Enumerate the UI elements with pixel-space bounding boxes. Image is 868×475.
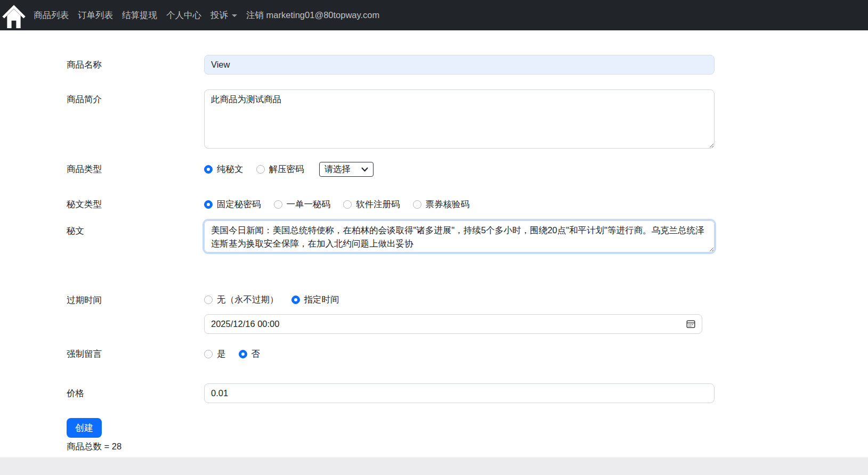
- row-product-intro: 商品简介 此商品为测试商品: [67, 89, 868, 149]
- radio-checked-icon[interactable]: [204, 165, 213, 174]
- radio-label: 是: [217, 348, 226, 360]
- radio-label: 固定秘密码: [217, 199, 261, 210]
- product-type-options: 纯秘文 解压密码 请选择: [204, 162, 715, 177]
- nav-item-product-list[interactable]: 商品列表: [34, 10, 69, 21]
- secret-text-label: 秘文: [67, 220, 204, 237]
- radio-unchecked-icon[interactable]: [343, 200, 352, 209]
- radio-never-expire[interactable]: 无（永不过期）: [204, 294, 279, 306]
- row-product-type: 商品类型 纯秘文 解压密码 请选择: [67, 162, 868, 177]
- radio-checked-icon[interactable]: [291, 296, 300, 304]
- chevron-down-icon: [361, 167, 368, 172]
- select-value: 请选择: [325, 163, 351, 175]
- expire-time-label: 过期时间: [67, 294, 204, 306]
- nav-item-complaint-dropdown[interactable]: 投诉: [210, 10, 237, 21]
- radio-checked-icon[interactable]: [204, 200, 213, 209]
- row-force-message: 强制留言 是 否: [67, 348, 868, 360]
- nav-item-settlement[interactable]: 结算提现: [122, 10, 157, 21]
- secret-text-textarea[interactable]: 美国今日新闻：美国总统特使称，在柏林的会谈取得"诸多进展"，持续5个多小时，围绕…: [204, 220, 715, 252]
- home-icon: [2, 3, 26, 31]
- nav-item-label: 商品列表: [34, 10, 69, 21]
- radio-label: 一单一秘码: [287, 199, 331, 210]
- radio-specified-time[interactable]: 指定时间: [291, 294, 339, 306]
- nav-item-logout[interactable]: 注销 marketing01@80topway.com: [246, 10, 379, 21]
- nav-item-label: 投诉: [210, 10, 228, 21]
- product-total-text: 商品总数 = 28: [67, 441, 868, 453]
- create-button[interactable]: 创建: [67, 418, 102, 438]
- radio-label: 无（永不过期）: [217, 294, 279, 306]
- radio-unchecked-icon[interactable]: [274, 200, 282, 209]
- nav-item-label: 订单列表: [78, 10, 113, 21]
- radio-software-license-code[interactable]: 软件注册码: [343, 199, 400, 210]
- radio-force-no[interactable]: 否: [239, 348, 261, 360]
- radio-label: 纯秘文: [217, 163, 244, 175]
- radio-label: 指定时间: [304, 294, 339, 306]
- chevron-down-icon: [232, 14, 237, 17]
- window-bottom-edge: [0, 457, 868, 475]
- home-button[interactable]: [1, 3, 27, 34]
- calendar-icon[interactable]: [686, 320, 695, 329]
- row-product-name: 商品名称: [67, 55, 868, 75]
- radio-label: 解压密码: [269, 163, 304, 175]
- row-secret-type: 秘文类型 固定秘密码 一单一秘码 软件注册码 票券核验码: [67, 199, 868, 210]
- radio-unchecked-icon[interactable]: [204, 296, 213, 304]
- radio-one-order-one-code[interactable]: 一单一秘码: [274, 199, 331, 210]
- radio-unchecked-icon[interactable]: [256, 165, 265, 174]
- product-type-label: 商品类型: [67, 163, 204, 175]
- radio-unzip-password[interactable]: 解压密码: [256, 163, 304, 175]
- product-create-form: 商品名称 商品简介 此商品为测试商品 商品类型 纯秘文 解压密码: [0, 55, 868, 403]
- radio-label: 软件注册码: [356, 199, 400, 210]
- force-message-options: 是 否: [204, 348, 715, 360]
- product-intro-label: 商品简介: [67, 89, 204, 105]
- nav-item-label: 注销 marketing01@80topway.com: [246, 10, 379, 21]
- datetime-value: 2025/12/16 00:00: [211, 319, 279, 329]
- radio-label: 票券核验码: [426, 199, 470, 210]
- category-select[interactable]: 请选择: [319, 162, 374, 177]
- force-message-label: 强制留言: [67, 348, 204, 360]
- secret-type-label: 秘文类型: [67, 199, 204, 210]
- price-input[interactable]: [204, 383, 715, 403]
- nav-item-label: 结算提现: [122, 10, 157, 21]
- nav-links: 商品列表 订单列表 结算提现 个人中心 投诉 注销 marketing01@80…: [34, 10, 379, 21]
- radio-fixed-secret-code[interactable]: 固定秘密码: [204, 199, 261, 210]
- radio-unchecked-icon[interactable]: [204, 350, 213, 358]
- price-label: 价格: [67, 388, 204, 399]
- expire-time-options: 无（永不过期） 指定时间: [204, 294, 715, 306]
- row-secret-text: 秘文 美国今日新闻：美国总统特使称，在柏林的会谈取得"诸多进展"，持续5个多小时…: [67, 220, 868, 252]
- nav-item-personal-center[interactable]: 个人中心: [166, 10, 201, 21]
- product-intro-textarea[interactable]: 此商品为测试商品: [204, 89, 715, 149]
- navbar: 商品列表 订单列表 结算提现 个人中心 投诉 注销 marketing01@80…: [0, 0, 868, 30]
- radio-ticket-verify-code[interactable]: 票券核验码: [413, 199, 470, 210]
- radio-force-yes[interactable]: 是: [204, 348, 226, 360]
- secret-type-options: 固定秘密码 一单一秘码 软件注册码 票券核验码: [204, 199, 715, 210]
- expire-datetime-input[interactable]: 2025/12/16 00:00: [204, 314, 702, 334]
- radio-checked-icon[interactable]: [239, 350, 247, 358]
- product-name-label: 商品名称: [67, 59, 204, 71]
- row-price: 价格: [67, 383, 868, 403]
- radio-pure-secret[interactable]: 纯秘文: [204, 163, 244, 175]
- row-expire-time: 过期时间 无（永不过期） 指定时间 2025/12/16 00:00: [67, 294, 868, 334]
- nav-item-label: 个人中心: [166, 10, 201, 21]
- radio-label: 否: [252, 348, 261, 360]
- nav-item-order-list[interactable]: 订单列表: [78, 10, 113, 21]
- radio-unchecked-icon[interactable]: [413, 200, 421, 209]
- product-name-input[interactable]: [204, 55, 715, 75]
